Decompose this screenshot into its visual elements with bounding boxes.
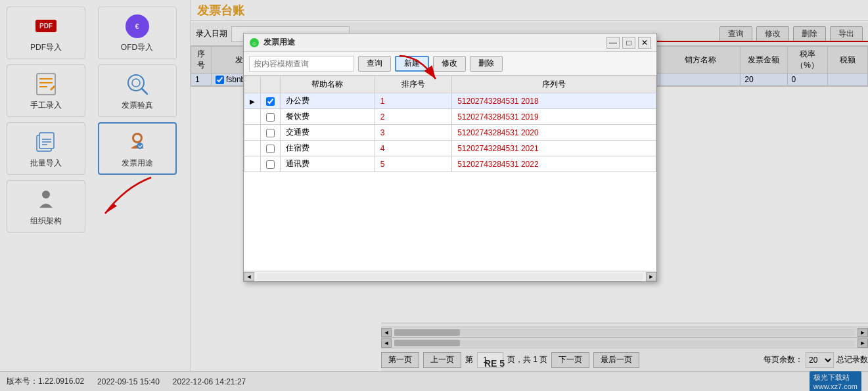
cell-helpname: 交通费	[281, 125, 375, 141]
cell-check	[261, 156, 281, 172]
cell-check	[261, 141, 281, 156]
modal-data-table: 帮助名称 排序号 序列号 ▶ 办公费 1 51202743284531 2018	[244, 76, 656, 172]
cell-check	[261, 125, 281, 141]
cell-helpname: 通讯费	[281, 156, 375, 172]
cell-sort: 5	[375, 156, 451, 172]
table-empty-area	[244, 172, 656, 271]
col-indicator	[244, 76, 261, 93]
cell-indicator	[244, 109, 261, 125]
cell-sort: 3	[375, 125, 451, 141]
modal-scroll-track[interactable]	[257, 273, 643, 280]
row-checkbox-3[interactable]	[266, 129, 275, 137]
cell-helpname: 住宿费	[281, 141, 375, 156]
modal-toolbar: 查询 新建 修改 删除	[244, 52, 656, 76]
col-helpname: 帮助名称	[281, 76, 375, 93]
table-row[interactable]: 住宿费 4 51202743284531 2021	[244, 141, 656, 156]
cell-seq: 51202743284531 2018	[452, 93, 656, 109]
modal-app-icon: ☺	[249, 37, 260, 48]
row-checkbox-5[interactable]	[266, 160, 275, 169]
cell-indicator	[244, 125, 261, 141]
modal-minimize-btn[interactable]: —	[606, 37, 620, 49]
row-checkbox-4[interactable]	[266, 145, 275, 153]
svg-text:☺: ☺	[252, 41, 257, 47]
cell-seq: 51202743284531 2021	[452, 141, 656, 156]
cell-check	[261, 93, 281, 109]
cell-helpname: 餐饮费	[281, 109, 375, 125]
modal-search-input[interactable]	[249, 56, 354, 72]
table-row[interactable]: ▶ 办公费 1 51202743284531 2018	[244, 93, 656, 109]
cell-sort: 1	[375, 93, 451, 109]
col-seqno: 序列号	[452, 76, 656, 93]
col-sortno: 排序号	[375, 76, 451, 93]
cell-seq: 51202743284531 2022	[452, 156, 656, 172]
modal-maximize-btn[interactable]: □	[622, 37, 635, 49]
modal-table-area: 帮助名称 排序号 序列号 ▶ 办公费 1 51202743284531 2018	[244, 76, 656, 271]
col-check	[261, 76, 281, 93]
cell-seq: 51202743284531 2019	[452, 109, 656, 125]
modal-title: 发票用途	[263, 37, 606, 48]
modal-modify-btn[interactable]: 修改	[433, 56, 466, 72]
modal-new-btn[interactable]: 新建	[395, 56, 429, 72]
modal-scrollbar: ◄ ►	[244, 271, 656, 281]
modal-scroll-left[interactable]: ◄	[244, 272, 254, 281]
modal-query-btn[interactable]: 查询	[358, 56, 391, 72]
modal-dialog: ☺ 发票用途 — □ ✕ 查询 新建 修改 删除	[243, 33, 657, 282]
modal-close-btn[interactable]: ✕	[638, 37, 651, 49]
row-checkbox-2[interactable]	[266, 113, 275, 122]
cell-helpname: 办公费	[281, 93, 375, 109]
row-checkbox-1[interactable]	[266, 97, 275, 106]
modal-title-bar: ☺ 发票用途 — □ ✕	[244, 34, 656, 52]
cell-check	[261, 109, 281, 125]
cell-indicator	[244, 141, 261, 156]
modal-controls: — □ ✕	[606, 37, 651, 49]
app-window: PDF PDF导入 € OFD导入 手工录入 发票验真	[0, 0, 868, 391]
cell-sort: 2	[375, 109, 451, 125]
modal-scroll-right[interactable]: ►	[646, 272, 656, 281]
table-row[interactable]: 交通费 3 51202743284531 2020	[244, 125, 656, 141]
modal-overlay: ☺ 发票用途 — □ ✕ 查询 新建 修改 删除	[0, 0, 868, 391]
table-row[interactable]: 通讯费 5 51202743284531 2022	[244, 156, 656, 172]
cell-seq: 51202743284531 2020	[452, 125, 656, 141]
cell-indicator: ▶	[244, 93, 261, 109]
cell-sort: 4	[375, 141, 451, 156]
modal-delete-btn[interactable]: 删除	[470, 56, 503, 72]
cell-indicator	[244, 156, 261, 172]
table-row[interactable]: 餐饮费 2 51202743284531 2019	[244, 109, 656, 125]
